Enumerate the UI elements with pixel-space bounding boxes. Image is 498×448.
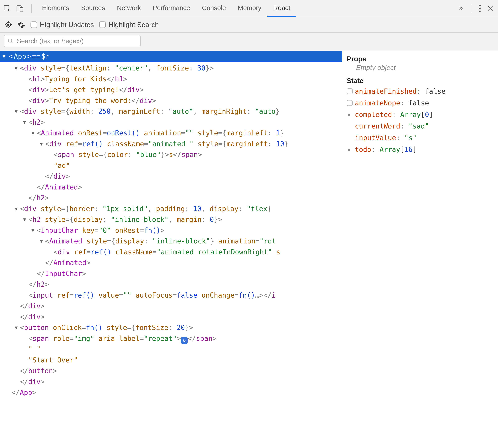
checkbox-icon [99, 21, 106, 28]
tree-row[interactable]: <div style={width: 250, marginLeft: "aut… [0, 106, 342, 117]
disclosure-icon[interactable] [32, 225, 37, 236]
angle-open: < [9, 52, 13, 60]
disclosure-icon[interactable] [40, 138, 45, 149]
tree-row[interactable]: </App> [0, 387, 342, 398]
inspect-element-icon[interactable] [3, 4, 11, 13]
svg-point-4 [479, 8, 481, 9]
expand-icon[interactable]: ▶ [347, 111, 353, 119]
svg-point-5 [479, 11, 481, 12]
repeat-emoji-icon: ↻ [181, 337, 188, 344]
tree-row[interactable]: <Animated style={display: "inline-block"… [0, 236, 342, 247]
state-entry-todo[interactable]: ▶todo: Array[16] [347, 144, 494, 155]
tree-row[interactable]: <InputChar key="0" onRest=fn()> [0, 225, 342, 236]
tab-console[interactable]: Console [196, 0, 232, 17]
target-icon[interactable] [4, 21, 12, 29]
react-toolbar: Highlight Updates Highlight Search [0, 17, 498, 33]
search-row [0, 33, 498, 51]
devtools-tabbar: ElementsSourcesNetworkPerformanceConsole… [0, 0, 498, 17]
state-entry-inputValue[interactable]: inputValue: "s" [347, 132, 494, 144]
state-heading: State [347, 77, 494, 85]
angle-close: > [27, 52, 31, 60]
props-heading: Props [347, 55, 494, 63]
state-list: animateFinished: falseanimateNope: false… [347, 86, 494, 155]
disclosure-icon[interactable] [15, 203, 20, 214]
search-field[interactable] [4, 35, 141, 47]
state-entry-completed[interactable]: ▶completed: Array[0] [347, 109, 494, 121]
disclosure-icon[interactable] [23, 117, 28, 128]
disclosure-icon[interactable] [15, 63, 20, 74]
tabs-overflow-button[interactable]: » [455, 4, 466, 13]
disclosure-icon[interactable] [32, 128, 37, 138]
tab-network[interactable]: Network [111, 0, 147, 17]
disclosure-icon[interactable] [23, 214, 28, 225]
tree-row[interactable]: <div style={textAlign: "center", fontSiz… [0, 63, 342, 74]
highlight-updates-label: Highlight Updates [40, 21, 94, 29]
disclosure-icon[interactable] [2, 52, 8, 60]
checkbox-icon [31, 21, 37, 28]
highlight-updates-checkbox[interactable]: Highlight Updates [31, 21, 94, 29]
tree-row[interactable]: </div> [0, 301, 342, 311]
svg-point-8 [8, 39, 12, 42]
tree-row[interactable]: <span role="img" aria-label="repeat">↻</… [0, 333, 342, 344]
close-icon[interactable] [487, 5, 493, 12]
tabbar-left-icons [3, 4, 27, 13]
props-empty: Empty object [347, 64, 494, 72]
tab-elements[interactable]: Elements [36, 0, 75, 17]
tree-row[interactable]: </h2> [0, 192, 342, 203]
tree-row[interactable]: <div style={border: "1px solid", padding… [0, 203, 342, 214]
expand-icon[interactable]: ▶ [347, 146, 353, 154]
highlight-search-label: Highlight Search [108, 21, 159, 29]
tree-row[interactable]: </InputChar> [0, 268, 342, 279]
separator [32, 4, 32, 13]
tree-row[interactable]: "Start Over" [0, 355, 342, 366]
tree-row[interactable]: </div> [0, 171, 342, 182]
svg-point-3 [479, 5, 481, 6]
checkbox-icon[interactable] [347, 88, 353, 94]
kebab-menu-icon[interactable] [479, 4, 481, 12]
component-tree[interactable]: <div style={textAlign: "center", fontSiz… [0, 62, 342, 404]
svg-rect-2 [20, 7, 23, 12]
tree-row[interactable]: <div>Try typing the word:</div> [0, 95, 342, 106]
tree-row[interactable]: </Animated> [0, 182, 342, 192]
tree-row[interactable]: </Animated> [0, 257, 342, 268]
device-toolbar-icon[interactable] [16, 4, 24, 13]
dollar-r: $r [41, 52, 50, 60]
component-tree-pane: <App> == $r <div style={textAlign: "cent… [0, 51, 342, 448]
tab-sources[interactable]: Sources [75, 0, 111, 17]
selected-root-row[interactable]: <App> == $r [0, 51, 342, 62]
separator [471, 4, 471, 13]
root-component-name: App [14, 52, 26, 60]
tree-row[interactable]: <Animated onRest=onRest() animation="" s… [0, 128, 342, 138]
tree-row[interactable]: </h2> [0, 279, 342, 290]
tree-row[interactable]: " " [0, 344, 342, 355]
disclosure-icon[interactable] [15, 322, 20, 333]
equals: == [32, 52, 40, 60]
tab-performance[interactable]: Performance [147, 0, 196, 17]
tree-row[interactable]: <button onClick=fn() style={fontSize: 20… [0, 322, 342, 333]
disclosure-icon[interactable] [15, 106, 20, 117]
highlight-search-checkbox[interactable]: Highlight Search [99, 21, 159, 29]
search-input[interactable] [17, 37, 137, 45]
svg-point-7 [7, 24, 9, 26]
tree-row[interactable]: <h2 style={display: "inline-block", marg… [0, 214, 342, 225]
tree-row[interactable]: </div> [0, 376, 342, 387]
tree-row[interactable]: <div ref=ref() className="animated " sty… [0, 138, 342, 149]
tree-row[interactable]: </button> [0, 365, 342, 376]
tab-react[interactable]: React [267, 0, 296, 17]
tab-strip: ElementsSourcesNetworkPerformanceConsole… [36, 0, 454, 17]
tree-row[interactable]: <input ref=ref() value="" autoFocus=fals… [0, 290, 342, 301]
tree-row[interactable]: </div> [0, 311, 342, 322]
tree-row[interactable]: <h2> [0, 117, 342, 128]
state-entry-animateNope[interactable]: animateNope: false [347, 97, 494, 109]
tab-memory[interactable]: Memory [232, 0, 267, 17]
tree-row[interactable]: "ad" [0, 160, 342, 171]
disclosure-icon[interactable] [40, 236, 45, 247]
tree-row[interactable]: <span style={color: "blue"}>s</span> [0, 149, 342, 160]
tree-row[interactable]: <h1>Typing for Kids</h1> [0, 74, 342, 84]
tree-row[interactable]: <div ref=ref() className="animated rotat… [0, 247, 342, 257]
state-entry-animateFinished[interactable]: animateFinished: false [347, 86, 494, 97]
tree-row[interactable]: <div>Let's get typing!</div> [0, 84, 342, 95]
checkbox-icon[interactable] [347, 100, 353, 106]
gear-icon[interactable] [17, 21, 25, 29]
state-entry-currentWord[interactable]: currentWord: "sad" [347, 120, 494, 132]
